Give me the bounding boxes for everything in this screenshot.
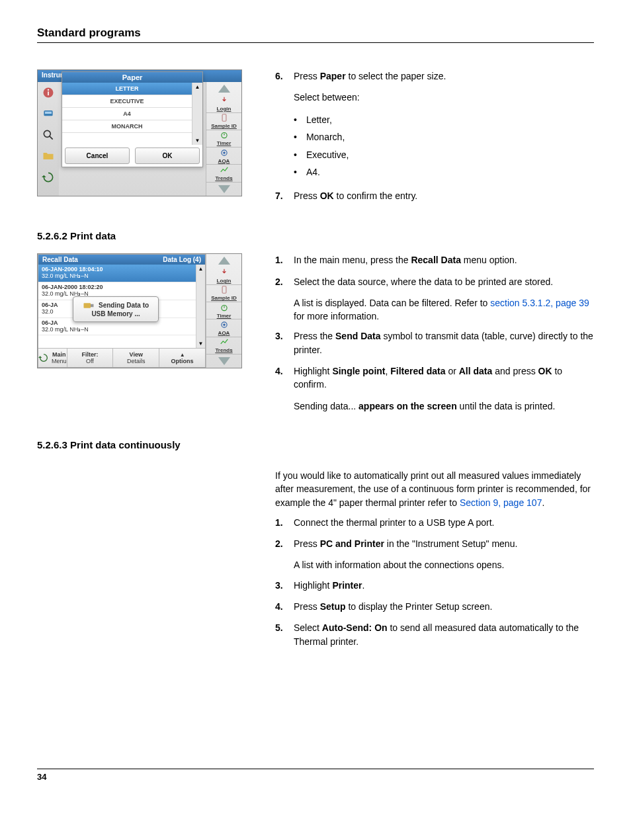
arrow-down-icon[interactable] [218,185,230,193]
svg-marker-16 [218,257,230,265]
svg-rect-8 [222,114,226,122]
tile-trends[interactable]: Trends [206,165,241,182]
paper-option-monarch[interactable]: MONARCH [62,120,192,133]
step-text: Press Setup to display the Printer Setup… [294,600,594,613]
step-text: Highlight Single point, Filtered data or… [294,364,594,392]
arrow-up-icon[interactable] [218,257,230,265]
arrow-down-icon[interactable] [218,357,230,365]
screenshot-paper-dialog: Instrument Setup Paper LETTER [37,69,242,196]
svg-point-2 [48,89,49,91]
option-executive: Executive, [294,146,594,164]
list-note: A list with information about the connec… [294,558,594,571]
heading-5-2-6-2: 5.2.6.2 Print data [37,230,594,241]
svg-marker-22 [218,357,230,365]
intro-para: If you would like to automatically print… [275,469,594,509]
step-num: 4. [275,600,294,613]
paper-options-doc: Letter, Monarch, Executive, A4. [294,111,594,181]
sending-note: Sending data... appears on the screen un… [294,399,594,413]
step-text: Press PC and Printer in the "Instrument … [294,537,594,550]
step-text: Press OK to confirm the entry. [294,189,594,202]
svg-line-6 [50,136,53,140]
step-num: 3. [275,329,294,357]
list-note: A list is displayed. Data can be filtere… [294,296,594,323]
svg-marker-7 [218,85,230,93]
tile-aqa[interactable]: AQA [206,319,241,337]
scroll-down-icon[interactable]: ▼ [198,341,204,347]
filter-button[interactable]: Filter:Off [67,349,114,367]
view-button[interactable]: ViewDetails [113,349,159,367]
step-num: 6. [275,69,294,83]
ok-button[interactable]: OK [135,147,200,164]
svg-rect-17 [222,286,226,294]
step-num: 2. [275,275,294,288]
paper-option-letter[interactable]: LETTER [62,83,192,95]
paper-option-executive[interactable]: EXECUTIVE [62,95,192,108]
tile-sample-id[interactable]: Sample ID [206,285,241,302]
svg-point-12 [223,151,226,154]
arrow-up-icon[interactable] [218,85,230,93]
xref-link[interactable]: section 5.3.1.2, page 39 [490,298,589,308]
step-text: Select the data source, where the data t… [294,275,594,288]
tile-login[interactable]: Login [206,95,241,112]
paper-option-a4[interactable]: A4 [62,108,192,120]
option-monarch: Monarch, [294,128,594,146]
svg-rect-15 [91,304,94,308]
scroll-down-icon[interactable]: ▼ [195,138,200,144]
scrollbar[interactable]: ▲▼ [196,265,205,348]
cancel-button[interactable]: Cancel [65,147,130,164]
device-icon [42,107,55,120]
info-icon [42,86,55,99]
back-icon [42,171,55,184]
bottom-toolbar: MainMenu Filter:Off ViewDetails ▲Options [38,348,205,367]
step-num: 2. [275,537,294,550]
page-title: Standard programs [37,26,594,43]
option-a4: A4. [294,163,594,181]
step-text: In the main menu, press the Recall Data … [294,253,594,267]
xref-link[interactable]: Section 9, page 107 [460,497,542,508]
search-icon [42,128,55,142]
dialog-title: Paper [62,72,202,83]
tile-aqa[interactable]: AQA [206,147,241,165]
tile-timer[interactable]: Timer [206,130,241,147]
tile-sample-id[interactable]: Sample ID [206,113,241,130]
step-num: 4. [275,364,294,392]
scrollbar[interactable]: ▲▼ [192,83,202,145]
screenshot-recall-data: Recall Data Data Log (4) 06-JAN-2000 18:… [37,253,242,368]
tile-timer[interactable]: Timer [206,302,241,319]
step-num: 1. [275,516,294,529]
data-log-count: Data Log (4) [163,256,201,263]
options-button[interactable]: ▲Options [159,349,205,367]
step-num: 7. [275,189,294,202]
right-tiles: Login Sample ID Timer AQA Trends [206,82,241,196]
step-text: Press Paper to select the paper size. [294,69,594,83]
tile-trends[interactable]: Trends [206,337,241,355]
recall-title-bar: Recall Data Data Log (4) [38,255,205,265]
chevron-up-icon: ▲ [159,352,205,358]
usb-icon [83,301,95,310]
page-number: 34 [37,769,594,782]
scroll-up-icon[interactable]: ▲ [198,266,204,272]
table-row[interactable]: 06-JAN-2000 18:04:1032.0 mg/L NH₃–N [38,265,196,282]
svg-rect-1 [48,91,49,95]
option-letter: Letter, [294,111,594,129]
sending-popup: Sending Data to USB Memory ... [73,296,159,322]
svg-marker-13 [218,185,230,193]
left-toolbar [38,82,59,196]
step-text: Connect the thermal printer to a USB typ… [294,516,594,529]
back-icon [38,353,49,363]
svg-rect-14 [84,304,91,309]
recall-title: Recall Data [42,256,78,263]
svg-point-21 [223,323,226,326]
main-menu-button[interactable]: MainMenu [38,349,67,367]
heading-5-2-6-3: 5.2.6.3 Print data continuously [37,439,594,450]
paper-options-list[interactable]: LETTER EXECUTIVE A4 MONARCH [62,83,192,145]
step-text: Highlight Printer. [294,579,594,592]
step-num: 5. [275,621,294,648]
svg-rect-4 [45,112,52,114]
step-num: 1. [275,253,294,267]
tile-login[interactable]: Login [206,268,241,285]
step-text: Press the Send Data symbol to transmit d… [294,329,594,357]
step-text: Select Auto-Send: On to send all measure… [294,621,594,648]
paper-dialog: Paper LETTER EXECUTIVE A4 MONARCH ▲▼ [62,71,203,167]
scroll-up-icon[interactable]: ▲ [195,84,200,90]
